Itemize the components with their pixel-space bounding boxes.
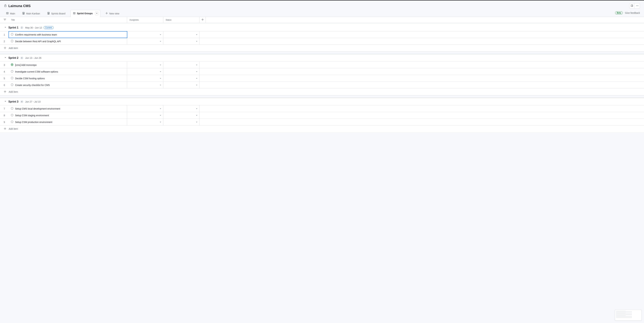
status-cell[interactable] [163,119,200,125]
item-title: Setup CSM production environment [15,121,52,123]
svg-point-11 [11,114,13,116]
caret-down-icon [160,84,162,86]
status-cell[interactable] [163,112,200,119]
chevron-down-icon [4,56,7,59]
kanban-icon [22,12,25,15]
status-cell[interactable] [163,82,200,88]
project-title[interactable]: Laimuna CMS [8,4,30,8]
table-row[interactable]: 3[cms] Add monorepo [0,62,644,68]
caret-down-icon [196,84,198,86]
item-title: [cms] Add monorepo [15,64,36,66]
column-header-status[interactable]: Status [163,17,200,23]
assignees-cell[interactable] [127,112,163,119]
group-date-range: May 30 - Jun 12 [25,26,42,29]
item-title: Setup CSM staging environment [15,114,49,117]
status-cell[interactable] [163,75,200,82]
add-item-label: Add item [9,127,18,130]
assignees-cell[interactable] [127,31,163,38]
collapse-toggle[interactable] [4,26,7,29]
svg-point-0 [636,5,636,6]
title-cell[interactable]: Decide between Rest API and GraphQL API [9,38,127,44]
more-options-button[interactable] [634,3,640,8]
tab-main[interactable]: Main [4,10,17,17]
assignees-cell[interactable] [127,38,163,44]
row-number: 9 [0,119,9,125]
sprint-group: Sprint 24Jun 13 - Jun 263[cms] Add monor… [0,54,644,95]
column-header-assignees[interactable]: Assignees [127,17,163,23]
caret-down-icon [160,114,162,116]
tab-options-button[interactable] [95,12,98,15]
status-cell[interactable] [163,62,200,68]
add-item-button[interactable]: Add item [0,125,644,132]
assignees-cell[interactable] [127,75,163,82]
row-number: 2 [0,38,9,44]
chevron-down-icon [4,100,7,103]
title-cell[interactable]: Decide CSM hosting options [9,75,127,82]
panel-toggle-button[interactable] [629,3,634,8]
give-feedback-link[interactable]: Give feedback [625,11,640,14]
title-cell[interactable]: Confirm requirments with business team [9,31,127,38]
title-cell[interactable]: [cms] Add monorepo [9,62,127,68]
assignees-cell[interactable] [127,68,163,75]
row-number: 3 [0,62,9,68]
table-row[interactable]: 2Decide between Rest API and GraphQL API [0,38,644,45]
table-row[interactable]: 9Setup CSM production environment [0,119,644,125]
new-view-button[interactable]: New view [103,10,122,17]
caret-down-icon [160,108,162,110]
caret-down-icon [196,64,198,66]
add-item-label: Add item [9,47,18,49]
group-date-range: Jun 13 - Jun 26 [25,57,42,59]
add-item-label: Add item [9,90,18,93]
table-row[interactable]: 8Setup CSM staging environment [0,112,644,119]
plus-icon [201,18,204,21]
current-badge: Current [44,26,54,29]
table-row[interactable]: 4Investigate current CSM software option… [0,68,644,75]
status-cell[interactable] [163,105,200,112]
tab-main-kanban[interactable]: Main Kanban [20,10,42,17]
row-number: 1 [0,31,9,38]
table-row[interactable]: 1Confirm requirments with business team [0,31,644,38]
tab-sprints-board[interactable]: Sprints Board [45,10,68,17]
row-number: 4 [0,68,9,75]
filter-button[interactable] [0,17,10,23]
table-row[interactable]: 5Decide CSM hosting options [0,75,644,82]
assignees-cell[interactable] [127,62,163,68]
assignees-cell[interactable] [127,82,163,88]
row-number: 8 [0,112,9,119]
item-title: Setup CMS local development environment [15,107,60,110]
title-cell[interactable]: Setup CSM production environment [9,119,127,125]
tab-sprint-groups[interactable]: Sprint Groups [70,10,100,17]
title-cell[interactable]: Setup CSM staging environment [9,112,127,119]
caret-down-icon [160,121,162,123]
assignees-cell[interactable] [127,119,163,125]
group-header[interactable]: Sprint 12May 30 - Jun 12Current [0,24,644,31]
status-cell[interactable] [163,68,200,75]
table-row[interactable]: 7Setup CMS local development environment [0,105,644,112]
table-row[interactable]: 6Create security checklist for CMS [0,82,644,88]
title-cell[interactable]: Setup CMS local development environment [9,105,127,112]
svg-point-10 [11,107,13,110]
project-header: Laimuna CMS [0,0,644,10]
add-column-button[interactable] [200,17,206,23]
status-cell[interactable] [163,31,200,38]
group-header[interactable]: Sprint 24Jun 13 - Jun 26 [0,54,644,62]
sprint-group: Sprint 34Jun 27 - Jul 107Setup CMS local… [0,98,644,132]
title-cell[interactable]: Create security checklist for CMS [9,82,127,88]
title-cell[interactable]: Investigate current CSM software options [9,68,127,75]
panel-icon [630,4,633,7]
assignees-cell[interactable] [127,105,163,112]
plus-icon [4,127,6,130]
status-cell[interactable] [163,38,200,44]
new-view-label: New view [109,12,120,15]
tab-label: Sprint Groups [77,12,93,15]
collapse-toggle[interactable] [4,100,7,103]
group-count-badge: 2 [20,26,24,29]
group-header[interactable]: Sprint 34Jun 27 - Jul 10 [0,98,644,105]
add-item-button[interactable]: Add item [0,88,644,95]
add-item-button[interactable]: Add item [0,45,644,51]
column-header-row: Title Assignees Status [0,17,644,23]
collapse-toggle[interactable] [4,56,7,59]
item-title: Decide between Rest API and GraphQL API [15,40,61,43]
table-icon [6,12,9,15]
column-header-title[interactable]: Title [10,17,127,23]
